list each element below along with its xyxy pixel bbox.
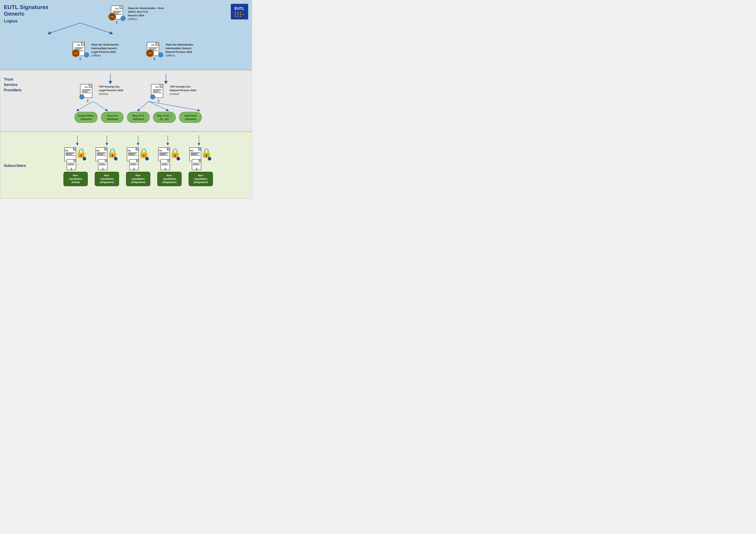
tsp-cas-row: PKI 🎖 TSP Issu (30, 84, 246, 101)
sub3-ribbon: 🎖 (132, 168, 136, 171)
tsp-natural-node: PKI 🎖 TSP Issu (151, 84, 196, 101)
root-node: PKI Logius (109, 6, 164, 23)
sub1-ribbon: 🎖 (70, 168, 73, 171)
section-logius: EUTL Signatures Generic Logius EUTL ★ ★ … (0, 0, 252, 70)
root-node-info: Staat der Nederlanden - Root eIDAS, Non-… (128, 6, 164, 21)
main-title: EUTL Signatures Generic (4, 4, 48, 17)
tsp-pill-arrows (60, 101, 216, 112)
legal-medal: 🎖 (79, 58, 82, 62)
sub2-ribbon: 🎖 (101, 168, 104, 171)
sub4-eu-circle: ★★ (176, 157, 180, 161)
subscribers-label: Subscribers (4, 162, 26, 168)
intermediate-natural-node: PKI Logius 🎖 (147, 42, 193, 60)
intermediate-legal-node: PKI Logius 🎖 (73, 42, 119, 60)
tsp-legal-info: TSP Issuing CAs Legal Persons 2024 (Onli… (99, 85, 123, 96)
tsp-natural-medal: 🎖 (157, 99, 160, 104)
natural-node-info: Staat der Nederlanden Intermediate Gener… (166, 43, 193, 57)
sub2-eu-circle: ★★ (114, 157, 118, 161)
sub3-eu-circle: ★★ (145, 157, 149, 161)
legal-node-info: Staat der Nederlanden Intermediate Gener… (92, 43, 119, 57)
title-block: EUTL Signatures Generic Logius (4, 4, 48, 23)
sub4-label: Non- repudiation (eSignature) (157, 172, 182, 186)
logius-arrows-svg (19, 23, 141, 37)
pill-org-validated: Organization Validated (74, 112, 97, 123)
subscriber-node-4: PKI 🔒 ✔ ★★ (155, 147, 183, 186)
tsp-legal-medal: 🎖 (86, 99, 90, 104)
svg-line-5 (93, 101, 107, 111)
natural-medal: 🎖 (153, 58, 156, 62)
section-subscribers: Subscribers (0, 132, 252, 198)
svg-line-6 (138, 101, 148, 111)
subscriber-node-2: PKI 🔒 ✔ ★★ (93, 147, 121, 186)
legal-cert-badge (84, 52, 89, 57)
sub-section-inner: PKI 🔒 ✔ ★★ (30, 135, 246, 191)
pill-sponsor-validated: Sponsor Validated (101, 112, 123, 123)
svg-line-4 (77, 101, 93, 111)
sub1-checkmark: ✔ (83, 153, 87, 157)
natural-cert-badge (158, 52, 163, 57)
tsp-top-arrows (77, 74, 199, 84)
logius-label: Logius (4, 18, 48, 23)
pills-row: Organization Validated Sponsor Validated… (30, 112, 246, 126)
eutl-label: EUTL (234, 6, 244, 11)
subscriber-node-5: PKI 🔒 ✔ ★★ (187, 147, 215, 186)
sub-arrows-top (60, 135, 216, 146)
svg-line-8 (148, 101, 199, 111)
tsp-natural-badge (150, 94, 155, 99)
pill-reg-prof: Reg. Prof. Validated (127, 112, 149, 123)
tsp-legal-node: PKI 🎖 TSP Issu (80, 84, 123, 101)
logius-children-row: PKI Logius 🎖 (19, 42, 246, 60)
svg-line-0 (49, 23, 80, 33)
sub4-ribbon: 🎖 (164, 168, 167, 171)
sub4-checkmark: ✔ (177, 153, 180, 157)
pill-reg-prof-sp: Reg. Prof. + Sp. Val. (153, 112, 176, 123)
tsp-natural-info: TSP Issuing CAs Natural Persons 2024 (On… (170, 85, 196, 96)
section-tsp: TrustServiceProviders (0, 70, 252, 132)
svg-line-1 (80, 23, 112, 33)
pill-individual: Individual Validated (179, 112, 202, 123)
eutl-badge: EUTL ★ ★ ★★ ★ ★ ★★ ★ ★ (231, 4, 248, 19)
sub3-label: Non- repudiation (eSignature) (126, 172, 150, 186)
sub1-eu-circle: ★★ (83, 157, 86, 161)
root-logius-seal: Logius (108, 13, 116, 20)
sub2-checkmark: ✔ (115, 153, 118, 157)
sub5-ribbon: 🎖 (195, 168, 198, 171)
sub5-eu-circle: ★★ (208, 157, 211, 161)
main-container: EUTL Signatures Generic Logius EUTL ★ ★ … (0, 0, 252, 199)
subscriber-nodes-row: PKI 🔒 ✔ ★★ (30, 147, 246, 186)
sub5-label: Non- repudiation (eSignature) (189, 172, 213, 186)
sub1-label: Non- repudiation (eSeal) (64, 172, 88, 186)
subscriber-node-1: PKI 🔒 ✔ ★★ (62, 147, 90, 186)
tsp-label: TrustServiceProviders (4, 75, 21, 93)
root-medal: 🎖 (115, 21, 119, 25)
subscriber-node-3: PKI 🔒 ✔ ★★ (124, 147, 152, 186)
tsp-legal-badge (79, 94, 84, 99)
sub3-checkmark: ✔ (146, 153, 149, 157)
eutl-stars: ★ ★ ★★ ★ ★ ★★ ★ ★ (234, 12, 245, 17)
sub2-label: Non- repudiation (eSignature) (95, 172, 119, 186)
sub5-checkmark: ✔ (208, 153, 212, 157)
legal-logius-seal: Logius (72, 49, 80, 57)
natural-logius-seal: Logius (146, 49, 154, 57)
root-cert-badge (121, 16, 125, 21)
tsp-section-inner: PKI 🎖 TSP Issu (30, 74, 246, 126)
